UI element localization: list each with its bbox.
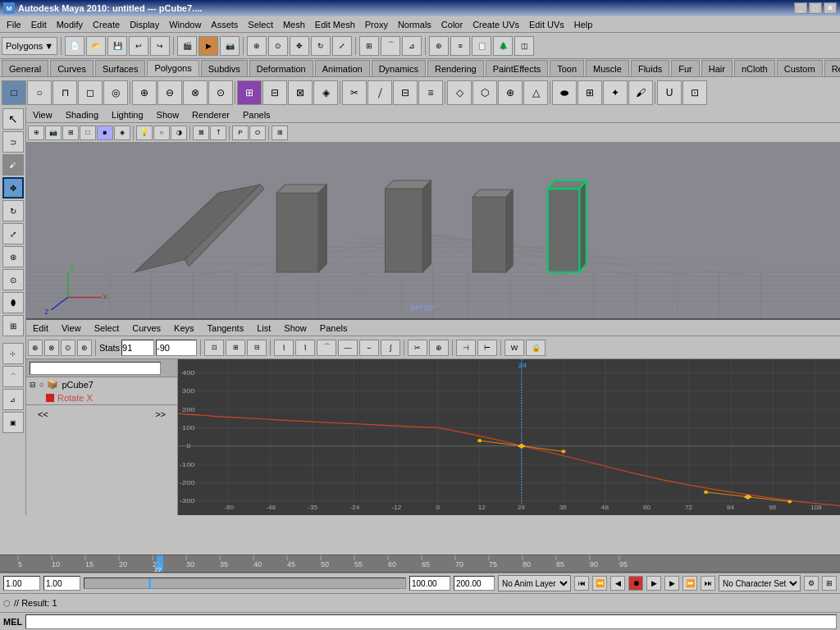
stats-value1[interactable] — [121, 340, 154, 356]
vp-texture-btn[interactable]: ◈ — [114, 126, 130, 140]
tab-painteffects[interactable]: PaintEffects — [486, 60, 549, 76]
tab-surfaces[interactable]: Surfaces — [95, 60, 145, 76]
vp-menu-renderer[interactable]: Renderer — [189, 110, 233, 120]
ge-menu-tangents[interactable]: Tangents — [204, 323, 248, 333]
vp-camera-btn[interactable]: 📷 — [45, 126, 62, 140]
ge-post-inf[interactable]: ⊢ — [477, 340, 497, 356]
redo-btn[interactable]: ↪ — [150, 36, 170, 56]
vp-light1[interactable]: 💡 — [136, 126, 153, 140]
ge-menu-panels[interactable]: Panels — [317, 323, 351, 333]
shelf-cylinder[interactable]: ⊓ — [52, 80, 77, 105]
shelf-sculpt[interactable]: ✦ — [603, 80, 628, 105]
show-manip-tool[interactable]: ⊞ — [2, 315, 24, 336]
vp-normals[interactable]: ⤒ — [210, 126, 226, 140]
history-btn[interactable]: ⊛ — [429, 36, 449, 56]
ge-menu-show[interactable]: Show — [281, 323, 310, 333]
tab-deformation[interactable]: Deformation — [249, 60, 313, 76]
tab-animation[interactable]: Animation — [315, 60, 370, 76]
shelf-merge[interactable]: ⊟ — [262, 80, 287, 105]
tab-subdivs[interactable]: Subdivs — [201, 60, 248, 76]
menu-mesh[interactable]: Mesh — [278, 18, 310, 31]
snap-point-tool[interactable]: ⊿ — [2, 389, 24, 410]
end-frame-input1[interactable] — [409, 576, 450, 591]
menu-assets[interactable]: Assets — [206, 18, 243, 31]
char-settings-btn[interactable]: ⚙ — [804, 576, 819, 591]
scale-btn[interactable]: ⤢ — [332, 36, 352, 56]
paint-select-tool[interactable]: 🖌 — [2, 154, 24, 176]
timeline[interactable]: 5 10 15 20 25 30 35 40 45 — [0, 555, 840, 573]
tab-realflow[interactable]: RealFlow — [824, 60, 840, 76]
ge-menu-curves[interactable]: Curves — [129, 323, 164, 333]
tab-hair[interactable]: Hair — [701, 60, 733, 76]
vp-shadow[interactable]: ◑ — [171, 126, 187, 140]
vp-select-btn[interactable]: ⊕ — [28, 126, 44, 140]
snap-curve-tool[interactable]: ⌒ — [2, 366, 24, 387]
snap-curve-btn[interactable]: ⌒ — [381, 36, 400, 56]
goto-start-btn[interactable]: ⏮ — [574, 576, 589, 591]
menu-edit-mesh[interactable]: Edit Mesh — [310, 18, 360, 31]
ge-tan2[interactable]: ⌇ — [295, 340, 315, 356]
rotate-btn[interactable]: ↻ — [311, 36, 331, 56]
ge-tan4[interactable]: ― — [338, 340, 358, 356]
outliner-btn[interactable]: 🌲 — [493, 36, 513, 56]
select-tool[interactable]: ↖ — [2, 108, 24, 130]
layer-editor-btn[interactable]: ◫ — [514, 36, 534, 56]
vp-menu-lighting[interactable]: Lighting — [108, 110, 147, 120]
menu-edit-uvs[interactable]: Edit UVs — [524, 18, 569, 31]
vp-solid-btn[interactable]: ■ — [97, 126, 113, 140]
outliner-prev-btn[interactable]: << — [33, 408, 53, 421]
shelf-bevel[interactable]: ◇ — [447, 80, 472, 105]
ge-menu-select[interactable]: Select — [91, 323, 123, 333]
soft-mod-tool[interactable]: ⊙ — [2, 269, 24, 290]
snap-surface-tool[interactable]: ▣ — [2, 412, 24, 433]
end-frame-input2[interactable] — [454, 576, 495, 591]
outliner-next-btn[interactable]: >> — [150, 408, 171, 421]
ge-btn3[interactable]: ⊙ — [61, 340, 75, 356]
ge-pre-inf[interactable]: ⊣ — [456, 340, 476, 356]
ge-btn1[interactable]: ⊕ — [28, 340, 43, 356]
shelf-extrude[interactable]: ⊞ — [237, 80, 262, 105]
render-preview-btn[interactable]: 🎬 — [177, 36, 197, 56]
vp-menu-show[interactable]: Show — [153, 110, 183, 120]
mel-input[interactable] — [25, 614, 837, 629]
vp-ortho[interactable]: O — [249, 126, 266, 140]
anim-layer-select[interactable]: No Anim Layer — [498, 575, 571, 591]
shelf-planar-map[interactable]: ⊡ — [682, 80, 707, 105]
menu-normals[interactable]: Normals — [393, 18, 436, 31]
shelf-separate[interactable]: ⊖ — [158, 80, 182, 105]
next-frame-btn[interactable]: ▶ — [664, 576, 679, 591]
vp-menu-panels[interactable]: Panels — [240, 110, 274, 120]
shelf-insert-loop[interactable]: ⊟ — [393, 80, 418, 105]
attr-editor-btn[interactable]: 📋 — [472, 36, 491, 56]
restore-button[interactable]: □ — [809, 2, 822, 14]
new-scene-btn[interactable]: 📄 — [65, 36, 84, 56]
ge-frame-btn[interactable]: ⊞ — [226, 340, 245, 356]
open-scene-btn[interactable]: 📂 — [86, 36, 106, 56]
stats-value2[interactable] — [156, 340, 197, 356]
tab-rendering[interactable]: Rendering — [427, 60, 484, 76]
shelf-poke[interactable]: ⊕ — [498, 80, 523, 105]
prev-frame-btn[interactable]: ◀ — [610, 576, 625, 591]
shelf-smooth[interactable]: ⬬ — [552, 80, 577, 105]
outliner-search[interactable] — [30, 362, 161, 375]
render-btn[interactable]: ▶ — [199, 36, 218, 56]
tab-curves[interactable]: Curves — [50, 60, 94, 76]
snap-grid-btn[interactable]: ⊞ — [359, 36, 379, 56]
ge-zoom-btn[interactable]: ⊡ — [204, 340, 224, 356]
shelf-extract[interactable]: ⊗ — [183, 80, 208, 105]
prev-key-btn[interactable]: ⏪ — [592, 576, 607, 591]
shelf-average[interactable]: ⊞ — [578, 80, 602, 105]
scale-tool[interactable]: ⤢ — [2, 223, 24, 244]
record-btn[interactable]: ⏺ — [628, 576, 643, 591]
tab-custom[interactable]: Custom — [777, 60, 823, 76]
ge-btn2[interactable]: ⊗ — [44, 340, 59, 356]
ge-fit-btn[interactable]: ⊟ — [247, 340, 267, 356]
shelf-cut-faces[interactable]: ✂ — [342, 80, 367, 105]
universal-tool[interactable]: ⊛ — [2, 246, 24, 267]
menu-modify[interactable]: Modify — [52, 18, 88, 31]
ge-tan5[interactable]: ⌣ — [359, 340, 379, 356]
menu-proxy[interactable]: Proxy — [360, 18, 393, 31]
undo-btn[interactable]: ↩ — [129, 36, 148, 56]
tab-muscle[interactable]: Muscle — [586, 60, 629, 76]
shelf-chamfer[interactable]: ⬡ — [472, 80, 497, 105]
